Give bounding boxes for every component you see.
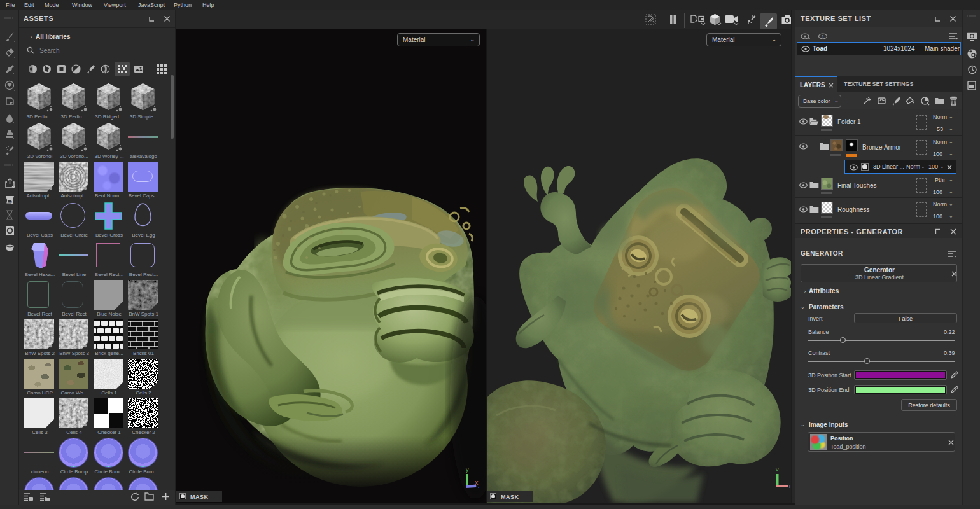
- svg-text:z: z: [477, 485, 480, 488]
- svg-text:1: 1: [822, 34, 824, 39]
- svg-text:1: 1: [11, 200, 13, 204]
- svg-text:v: v: [776, 466, 779, 473]
- svg-text:y: y: [466, 466, 469, 473]
